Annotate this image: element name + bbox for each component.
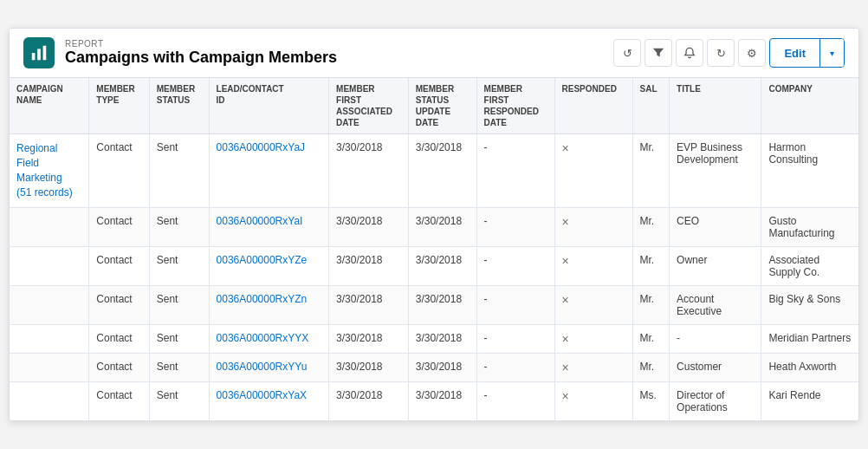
- campaign-name-cell: [10, 285, 89, 324]
- first-responded-date-cell: -: [476, 246, 554, 285]
- table-container: CAMPAIGNNAME MEMBERTYPE MEMBERSTATUS LEA…: [10, 78, 858, 420]
- lead-contact-id-cell: 0036A00000RxYYX: [209, 324, 329, 353]
- report-window: REPORT Campaigns with Campaign Members ↺…: [9, 28, 859, 420]
- title-cell: -: [670, 324, 761, 353]
- lead-contact-link[interactable]: 0036A00000RxYYu: [217, 361, 308, 373]
- company-cell: Associated Supply Co.: [761, 246, 858, 285]
- responded-cell: ×: [554, 246, 632, 285]
- report-title: Campaigns with Campaign Members: [65, 49, 337, 67]
- title-cell: Owner: [670, 246, 761, 285]
- status-update-date-cell: 3/30/2018: [408, 324, 476, 353]
- company-cell: Big Sky & Sons: [761, 285, 858, 324]
- edit-button[interactable]: Edit: [770, 42, 819, 65]
- member-status-cell: Sent: [149, 353, 209, 381]
- campaign-name-link[interactable]: Regional Field Marketing(51 records): [16, 142, 73, 198]
- member-type-cell: Contact: [89, 353, 149, 381]
- status-update-date-cell: 3/30/2018: [408, 246, 476, 285]
- sal-cell: Mr.: [632, 134, 670, 207]
- responded-cell: ×: [554, 324, 632, 353]
- campaign-name-cell: [10, 324, 89, 353]
- company-cell: Heath Axworth: [761, 353, 858, 381]
- th-member-status-update: MEMBER STATUS UPDATE DATE: [408, 78, 476, 134]
- refresh-button[interactable]: ↺: [613, 39, 641, 67]
- lead-contact-id-cell: 0036A00000RxYYu: [209, 353, 329, 381]
- member-status-cell: Sent: [149, 381, 209, 420]
- lead-contact-link[interactable]: 0036A00000RxYZn: [217, 293, 308, 305]
- th-member-type: MEMBERTYPE: [89, 78, 149, 134]
- member-type-cell: Contact: [89, 285, 149, 324]
- lead-contact-link[interactable]: 0036A00000RxYZe: [217, 254, 308, 266]
- settings-button[interactable]: ⚙: [738, 39, 766, 67]
- title-cell: Account Executive: [670, 285, 761, 324]
- th-member-first-responded: MEMBER FIRST RESPONDED DATE: [476, 78, 554, 134]
- company-cell: Gusto Manufacturing: [761, 207, 858, 246]
- title-cell: EVP Business Development: [670, 134, 761, 207]
- th-title: TITLE: [670, 78, 761, 134]
- table-row: ContactSent0036A00000RxYaI3/30/20183/30/…: [10, 207, 858, 246]
- responded-cell: ×: [554, 353, 632, 381]
- x-mark: ×: [562, 389, 569, 403]
- company-cell: Harmon Consulting: [761, 134, 858, 207]
- responded-cell: ×: [554, 381, 632, 420]
- lead-contact-link[interactable]: 0036A00000RxYaI: [217, 215, 303, 227]
- x-mark: ×: [562, 332, 569, 346]
- first-responded-date-cell: -: [476, 134, 554, 207]
- th-member-status: MEMBERSTATUS: [149, 78, 209, 134]
- table-row: Regional Field Marketing(51 records)Cont…: [10, 134, 858, 207]
- lead-contact-link[interactable]: 0036A00000RxYaX: [217, 389, 308, 401]
- lead-contact-id-cell: 0036A00000RxYaJ: [209, 134, 329, 207]
- filter-icon: [652, 47, 664, 59]
- sal-cell: Mr.: [632, 285, 670, 324]
- x-mark: ×: [562, 254, 569, 268]
- first-responded-date-cell: -: [476, 353, 554, 381]
- x-mark: ×: [562, 293, 569, 307]
- table-row: ContactSent0036A00000RxYYX3/30/20183/30/…: [10, 324, 858, 353]
- first-assoc-date-cell: 3/30/2018: [329, 134, 409, 207]
- edit-btn-group: Edit ▾: [769, 38, 845, 68]
- header-text: REPORT Campaigns with Campaign Members: [65, 39, 337, 67]
- table-header: CAMPAIGNNAME MEMBERTYPE MEMBERSTATUS LEA…: [10, 78, 858, 134]
- edit-dropdown-button[interactable]: ▾: [819, 39, 844, 67]
- sal-cell: Mr.: [632, 353, 670, 381]
- lead-contact-id-cell: 0036A00000RxYaX: [209, 381, 329, 420]
- company-cell: Meridian Partners: [761, 324, 858, 353]
- status-update-date-cell: 3/30/2018: [408, 381, 476, 420]
- lead-contact-id-cell: 0036A00000RxYZn: [209, 285, 329, 324]
- first-assoc-date-cell: 3/30/2018: [329, 285, 409, 324]
- campaign-name-cell: [10, 353, 89, 381]
- member-type-cell: Contact: [89, 381, 149, 420]
- report-icon: [23, 37, 55, 68]
- filter-button[interactable]: [645, 39, 672, 67]
- report-table: CAMPAIGNNAME MEMBERTYPE MEMBERSTATUS LEA…: [10, 78, 858, 420]
- header-actions: ↺ ↻ ⚙ Edit ▾: [613, 38, 845, 68]
- first-responded-date-cell: -: [476, 324, 554, 353]
- x-mark: ×: [562, 215, 569, 229]
- svg-rect-2: [43, 46, 47, 61]
- title-cell: CEO: [670, 207, 761, 246]
- member-type-cell: Contact: [89, 207, 149, 246]
- status-update-date-cell: 3/30/2018: [408, 285, 476, 324]
- title-cell: Customer: [670, 353, 761, 381]
- responded-cell: ×: [554, 285, 632, 324]
- first-assoc-date-cell: 3/30/2018: [329, 324, 409, 353]
- lead-contact-link[interactable]: 0036A00000RxYYX: [217, 332, 309, 344]
- subscribe-button[interactable]: [676, 39, 703, 67]
- th-campaign-name: CAMPAIGNNAME: [10, 78, 89, 134]
- table-row: ContactSent0036A00000RxYZn3/30/20183/30/…: [10, 285, 858, 324]
- header-row: CAMPAIGNNAME MEMBERTYPE MEMBERSTATUS LEA…: [10, 78, 858, 134]
- header-left: REPORT Campaigns with Campaign Members: [23, 37, 337, 68]
- member-status-cell: Sent: [149, 134, 209, 207]
- first-assoc-date-cell: 3/30/2018: [329, 207, 409, 246]
- member-type-cell: Contact: [89, 324, 149, 353]
- lead-contact-link[interactable]: 0036A00000RxYaJ: [217, 141, 306, 153]
- campaign-name-cell: Regional Field Marketing(51 records): [10, 134, 89, 207]
- reload-button[interactable]: ↻: [707, 39, 735, 67]
- company-cell: Kari Rende: [761, 381, 858, 420]
- member-type-cell: Contact: [89, 246, 149, 285]
- campaign-name-cell: [10, 381, 89, 420]
- responded-cell: ×: [554, 134, 632, 207]
- lead-contact-id-cell: 0036A00000RxYaI: [209, 207, 329, 246]
- title-cell: Director of Operations: [670, 381, 761, 420]
- svg-rect-0: [32, 53, 36, 60]
- th-responded: RESPONDED: [554, 78, 632, 134]
